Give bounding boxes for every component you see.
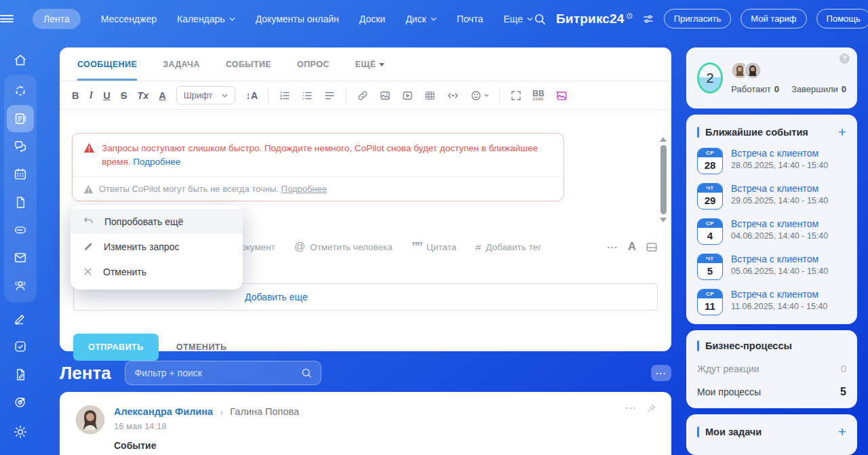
avatar[interactable]: [76, 405, 104, 434]
calendar-icon[interactable]: [7, 161, 34, 188]
font-dropdown[interactable]: Шрифт: [176, 86, 236, 104]
tab-message[interactable]: СООБЩЕНИЕ: [77, 47, 137, 81]
ordered-list-icon[interactable]: [279, 90, 291, 102]
italic-button[interactable]: I: [89, 90, 93, 101]
nav-item-docs-online[interactable]: Документы онлайн: [256, 14, 339, 24]
fullscreen-icon[interactable]: [510, 90, 522, 102]
menu-item-try-again[interactable]: Попробовать ещё: [71, 209, 243, 234]
scroll-down-arrow[interactable]: [660, 218, 667, 222]
crm-target-icon[interactable]: [7, 389, 34, 416]
bitrix24-logo[interactable]: Битрикс24: [556, 12, 633, 26]
nav-item-mail[interactable]: Почта: [457, 14, 484, 24]
quote-button[interactable]: ”” Цитата: [412, 242, 456, 252]
search-icon[interactable]: [533, 12, 547, 26]
table-icon[interactable]: [424, 90, 436, 102]
working-stat[interactable]: Работают0: [731, 84, 779, 94]
panel-icon[interactable]: [646, 242, 658, 252]
drive-icon[interactable]: [7, 216, 34, 243]
error-details-link[interactable]: Подробнее: [133, 157, 180, 167]
notice-details-link[interactable]: Подробнее: [281, 184, 327, 194]
code-icon[interactable]: [446, 90, 460, 102]
nav-item-boards[interactable]: Доски: [359, 14, 385, 24]
emoji-icon[interactable]: [470, 90, 489, 102]
add-task-button[interactable]: +: [838, 424, 846, 439]
sliders-icon[interactable]: [642, 13, 654, 25]
feed-search[interactable]: [125, 361, 321, 385]
document-icon[interactable]: [7, 189, 34, 216]
event-item[interactable]: СР28 Встреча с клиентом28.05.2025, 14:40…: [697, 148, 846, 174]
event-item[interactable]: СР4 Встреча с клиентом04.06.2025, 14:40 …: [697, 218, 846, 245]
menu-item-edit-request[interactable]: Изменить запрос: [71, 234, 243, 259]
tasks-icon[interactable]: [7, 333, 34, 360]
process-row[interactable]: Мои процессы 5: [697, 386, 846, 398]
add-tag-button[interactable]: # Добавить тег: [475, 241, 541, 253]
event-title[interactable]: Встреча с клиентом: [731, 289, 827, 300]
bbcode-button[interactable]: BBCODE: [532, 90, 544, 101]
strikethrough-button[interactable]: S: [121, 90, 127, 101]
post-recipient-link[interactable]: Галина Попова: [230, 406, 299, 417]
event-title[interactable]: Встреча с клиентом: [731, 183, 828, 194]
chat-icon[interactable]: [7, 133, 34, 160]
send-button[interactable]: ОТПРАВИТЬ: [73, 334, 159, 361]
event-title[interactable]: Встреча с клиентом: [731, 218, 828, 229]
video-icon[interactable]: [401, 90, 414, 102]
text-format-icon[interactable]: A: [628, 240, 636, 254]
more-options-icon[interactable]: ···: [607, 242, 618, 252]
bullet-list-icon[interactable]: [301, 90, 313, 102]
copilot-icon[interactable]: [7, 77, 34, 104]
doc-edit-icon[interactable]: [7, 361, 34, 388]
clear-format-button[interactable]: Tx: [137, 90, 149, 101]
event-item[interactable]: ЧТ29 Встреча с клиентом29.05.2025, 14:40…: [697, 183, 846, 210]
search-input[interactable]: [135, 368, 300, 378]
scrollbar-thumb[interactable]: [660, 145, 667, 214]
invite-button[interactable]: Пригласить: [664, 9, 732, 28]
link-icon[interactable]: [357, 90, 369, 102]
post-more-icon[interactable]: ···: [625, 403, 637, 414]
feed-icon[interactable]: [7, 105, 34, 132]
search-icon[interactable]: [300, 367, 313, 379]
add-more-link[interactable]: Добавить еще: [245, 292, 308, 302]
event-title[interactable]: Встреча с клиентом: [731, 148, 828, 159]
hamburger-menu-icon[interactable]: [0, 14, 14, 24]
tab-more[interactable]: ЕЩЁ: [355, 47, 385, 81]
align-icon[interactable]: [323, 90, 336, 102]
add-event-button[interactable]: +: [838, 125, 846, 139]
sign-icon[interactable]: [7, 305, 34, 332]
mention-person[interactable]: @ Отметить человека: [294, 241, 393, 253]
editor-scrollbar[interactable]: [658, 137, 668, 269]
image-icon[interactable]: [379, 90, 391, 102]
underline-button[interactable]: U: [103, 90, 110, 101]
bold-button[interactable]: B: [72, 90, 79, 101]
cancel-button[interactable]: ОТМЕНИТЬ: [176, 342, 227, 352]
mail-icon[interactable]: [7, 244, 34, 271]
event-item[interactable]: ЧТ5 Встреча с клиентом05.06.2025, 14:40 …: [697, 254, 846, 280]
help-button[interactable]: Помощь: [816, 9, 868, 28]
font-size-button[interactable]: ↕A: [245, 90, 258, 101]
settings-gear-icon[interactable]: [7, 418, 34, 446]
feed-more-button[interactable]: ···: [651, 365, 671, 381]
event-item[interactable]: СР11 Встреча с клиентом11.06.2025, 14:40…: [697, 289, 846, 315]
menu-item-cancel[interactable]: Отменить: [71, 259, 243, 284]
post-author-link[interactable]: Александра Филина: [114, 406, 213, 417]
tab-poll[interactable]: ОПРОС: [297, 47, 330, 81]
nav-item-calendar[interactable]: Календарь: [177, 14, 235, 24]
nav-item-feed[interactable]: Лента: [33, 9, 81, 29]
event-title[interactable]: Встреча с клиентом: [731, 254, 828, 264]
pin-icon[interactable]: [646, 403, 656, 414]
nav-item-messenger[interactable]: Мессенджер: [101, 14, 157, 24]
nav-item-more[interactable]: Еще: [503, 14, 533, 24]
working-avatars[interactable]: [731, 62, 846, 79]
tab-task[interactable]: ЗАДАЧА: [163, 47, 200, 81]
people-icon[interactable]: [7, 272, 34, 299]
scroll-up-arrow[interactable]: [660, 137, 667, 142]
avatar[interactable]: [744, 62, 762, 79]
process-row[interactable]: Ждут реакции 0: [697, 363, 846, 374]
text-color-button[interactable]: A: [159, 90, 165, 101]
done-stat[interactable]: Завершили0: [791, 84, 846, 94]
help-icon[interactable]: ?: [840, 54, 850, 64]
my-tariff-button[interactable]: Мой тариф: [741, 9, 806, 28]
ai-image-icon[interactable]: [555, 89, 568, 102]
home-icon[interactable]: [7, 47, 34, 74]
tab-event[interactable]: СОБЫТИЕ: [226, 47, 271, 81]
nav-item-disk[interactable]: Диск: [406, 14, 436, 24]
